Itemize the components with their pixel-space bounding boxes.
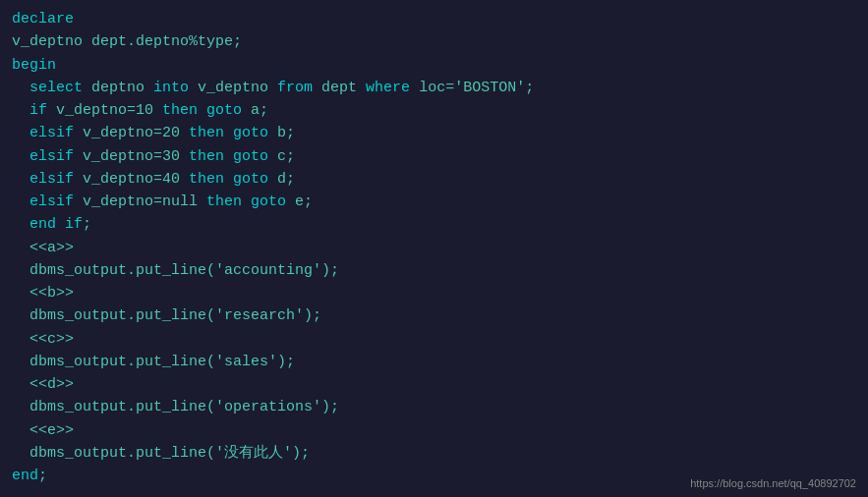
- code-line: <<d>>: [12, 373, 856, 396]
- code-line: dbms_output.put_line('sales');: [12, 351, 856, 373]
- code-line: if v_deptno=10 then goto a;: [12, 99, 856, 122]
- code-line: dbms_output.put_line('accounting');: [12, 259, 856, 282]
- code-line: <<b>>: [12, 282, 856, 304]
- code-container: declarev_deptno dept.deptno%type;begin s…: [0, 0, 868, 497]
- code-line: select deptno into v_deptno from dept wh…: [12, 77, 856, 99]
- code-line: end if;: [12, 213, 856, 236]
- code-line: <<a>>: [12, 237, 856, 259]
- code-line: dbms_output.put_line('没有此人');: [12, 442, 856, 465]
- code-line: elsif v_deptno=20 then goto b;: [12, 122, 856, 144]
- code-line: elsif v_deptno=30 then goto c;: [12, 145, 856, 168]
- code-line: <<e>>: [12, 419, 856, 442]
- watermark: https://blog.csdn.net/qq_40892702: [690, 477, 856, 489]
- code-line: elsif v_deptno=null then goto e;: [12, 191, 856, 213]
- code-line: dbms_output.put_line('operations');: [12, 396, 856, 418]
- code-pre: declarev_deptno dept.deptno%type;begin s…: [12, 8, 856, 487]
- code-line: <<c>>: [12, 328, 856, 351]
- code-line: v_deptno dept.deptno%type;: [12, 30, 856, 53]
- code-line: dbms_output.put_line('research');: [12, 304, 856, 327]
- code-line: declare: [12, 8, 856, 30]
- code-line: begin: [12, 54, 856, 77]
- code-line: elsif v_deptno=40 then goto d;: [12, 168, 856, 191]
